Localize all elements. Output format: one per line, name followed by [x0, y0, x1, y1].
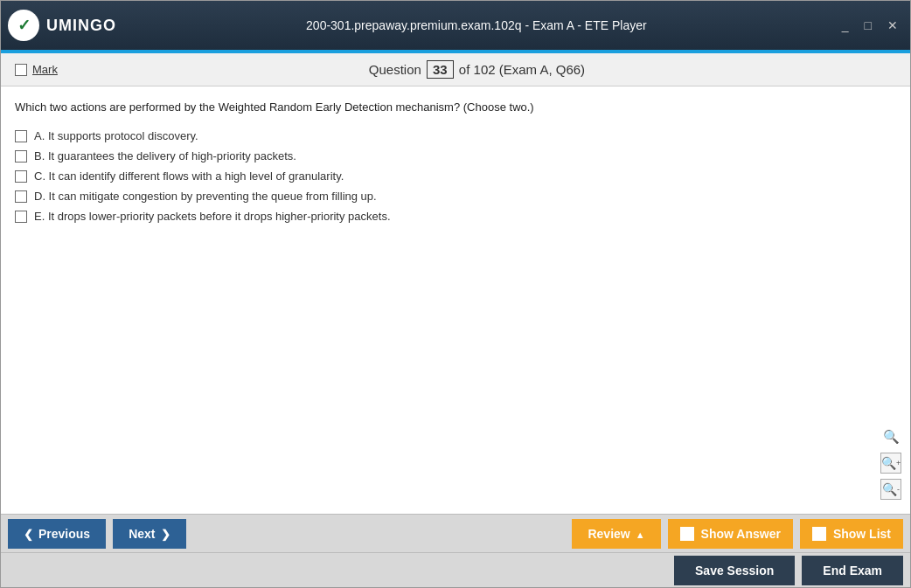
option-a-checkbox[interactable] — [15, 130, 27, 142]
option-e-checkbox[interactable] — [15, 211, 27, 223]
question-number-box: 33 — [427, 60, 454, 79]
end-exam-button[interactable]: End Exam — [802, 556, 903, 585]
option-e-label: E. It drops lower-priority packets befor… — [34, 210, 391, 223]
question-info: Question 33 of 102 (Exam A, Q66) — [58, 60, 896, 79]
question-of-text: of 102 (Exam A, Q66) — [459, 62, 585, 77]
logo-circle: ✓ — [8, 10, 39, 41]
show-answer-label: Show Answer — [701, 527, 781, 541]
question-label: Question — [369, 62, 421, 77]
nav-row: Previous Next Review Show Answer Show Li… — [1, 514, 910, 552]
previous-button[interactable]: Previous — [8, 519, 106, 549]
title-bar-left: ✓ UMINGO — [8, 10, 116, 41]
logo-check-icon: ✓ — [17, 16, 31, 35]
option-d-label: D. It can mitigate congestion by prevent… — [34, 190, 377, 203]
app-window: ✓ UMINGO 200-301.prepaway.premium.exam.1… — [0, 0, 911, 588]
window-controls: _ □ ✕ — [837, 17, 903, 33]
review-label: Review — [588, 527, 629, 541]
zoom-controls: 🔍 🔍+ 🔍- — [880, 426, 901, 500]
question-text: Which two actions are performed by the W… — [15, 100, 896, 114]
option-b-checkbox[interactable] — [15, 150, 27, 163]
chevron-left-icon — [24, 527, 33, 541]
option-d-checkbox[interactable] — [15, 190, 27, 203]
list-item: D. It can mitigate congestion by prevent… — [15, 190, 896, 203]
list-item: A. It supports protocol discovery. — [15, 129, 896, 142]
save-session-button[interactable]: Save Session — [674, 556, 795, 585]
show-answer-icon — [680, 527, 694, 541]
session-row: Save Session End Exam — [1, 552, 910, 587]
option-a-label: A. It supports protocol discovery. — [34, 129, 198, 142]
main-content: Which two actions are performed by the W… — [1, 86, 910, 514]
mark-label[interactable]: Mark — [32, 63, 58, 76]
zoom-in-button[interactable]: 🔍+ — [880, 453, 901, 474]
list-item: E. It drops lower-priority packets befor… — [15, 210, 896, 223]
list-item: B. It guarantees the delivery of high-pr… — [15, 149, 896, 163]
option-c-checkbox[interactable] — [15, 170, 27, 183]
next-button[interactable]: Next — [113, 519, 185, 549]
maximize-button[interactable]: □ — [859, 17, 877, 33]
previous-label: Previous — [38, 527, 90, 541]
bottom-bar: Previous Next Review Show Answer Show Li… — [1, 514, 910, 587]
mark-checkbox[interactable] — [15, 64, 27, 76]
next-label: Next — [129, 527, 155, 541]
show-answer-button[interactable]: Show Answer — [668, 519, 793, 549]
minimize-button[interactable]: _ — [837, 17, 854, 33]
list-item: C. It can identify different flows with … — [15, 169, 896, 183]
mark-bar: Mark Question 33 of 102 (Exam A, Q66) — [1, 53, 910, 86]
search-button[interactable]: 🔍 — [880, 426, 901, 447]
close-button[interactable]: ✕ — [882, 17, 903, 33]
answer-options: A. It supports protocol discovery. B. It… — [15, 129, 896, 223]
title-bar: ✓ UMINGO 200-301.prepaway.premium.exam.1… — [1, 1, 910, 50]
chevron-up-icon — [636, 527, 645, 541]
chevron-right-icon — [161, 527, 170, 541]
zoom-out-button[interactable]: 🔍- — [880, 479, 901, 500]
option-b-label: B. It guarantees the delivery of high-pr… — [34, 149, 296, 163]
mark-area[interactable]: Mark — [15, 63, 58, 76]
window-title: 200-301.prepaway.premium.exam.102q - Exa… — [116, 18, 837, 32]
logo-text: UMINGO — [46, 17, 116, 35]
show-list-label: Show List — [833, 527, 891, 541]
show-list-button[interactable]: Show List — [800, 519, 903, 549]
show-list-icon — [812, 527, 826, 541]
review-button[interactable]: Review — [572, 519, 660, 549]
option-c-label: C. It can identify different flows with … — [34, 169, 344, 183]
